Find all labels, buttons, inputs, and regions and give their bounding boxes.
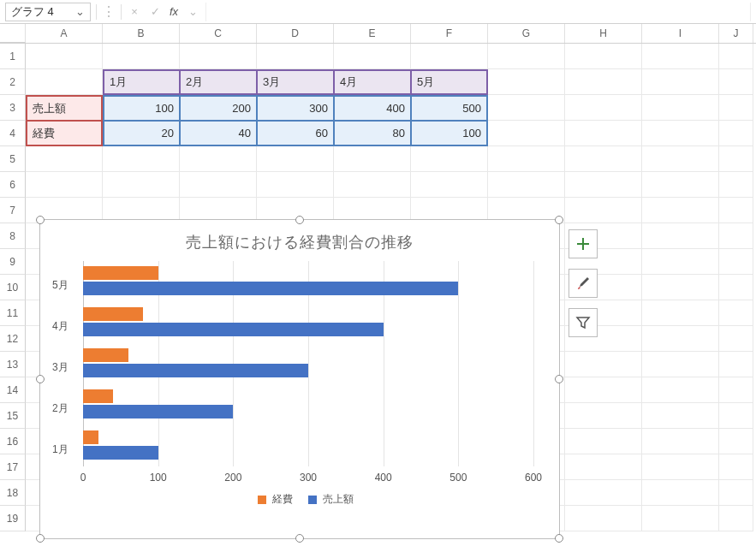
chart-bar[interactable] — [83, 364, 308, 377]
cell[interactable] — [642, 429, 719, 454]
col-header[interactable]: A — [26, 24, 103, 43]
cell[interactable] — [642, 95, 719, 121]
resize-handle[interactable] — [36, 216, 45, 224]
cell[interactable] — [642, 223, 719, 249]
cell[interactable] — [642, 146, 719, 172]
cell[interactable] — [565, 95, 642, 121]
col-header[interactable]: I — [642, 24, 719, 43]
cell[interactable]: 1月 — [103, 69, 180, 95]
cell[interactable] — [488, 95, 565, 121]
col-header[interactable]: H — [565, 24, 642, 43]
cell[interactable]: 2月 — [180, 69, 257, 95]
col-header[interactable]: C — [180, 24, 257, 43]
chart-filter-button[interactable] — [568, 308, 598, 337]
chart-elements-button[interactable] — [568, 229, 598, 258]
chevron-down-icon[interactable]: ⌄ — [75, 5, 85, 18]
cell[interactable]: 5月 — [411, 69, 488, 95]
name-box[interactable]: グラフ 4 ⌄ — [5, 3, 91, 21]
cell[interactable] — [642, 44, 719, 69]
cell[interactable] — [26, 69, 103, 95]
cell[interactable] — [565, 403, 642, 429]
cell[interactable] — [180, 172, 257, 198]
cell[interactable] — [411, 172, 488, 198]
cell[interactable] — [103, 172, 180, 198]
cell[interactable] — [719, 198, 753, 223]
chart-bar[interactable] — [83, 266, 158, 280]
chart-title[interactable]: 売上額における経費割合の推移 — [40, 220, 559, 258]
cell[interactable] — [334, 44, 411, 69]
cell[interactable] — [488, 146, 565, 172]
cell[interactable] — [488, 69, 565, 95]
cell[interactable] — [334, 172, 411, 198]
row-header[interactable]: 17 — [0, 454, 26, 480]
cell[interactable] — [642, 403, 719, 429]
row-header[interactable]: 5 — [0, 146, 26, 172]
cell[interactable] — [565, 377, 642, 403]
chart-bar[interactable] — [83, 389, 113, 403]
cell[interactable] — [26, 172, 103, 198]
cell[interactable] — [565, 198, 642, 223]
row-header[interactable]: 12 — [0, 326, 26, 352]
cell[interactable] — [565, 146, 642, 172]
cell[interactable]: 20 — [103, 121, 180, 146]
row-header[interactable]: 3 — [0, 95, 26, 121]
row-header[interactable]: 6 — [0, 172, 26, 198]
cell[interactable] — [719, 454, 753, 480]
cell[interactable]: 60 — [257, 121, 334, 146]
chart-bar[interactable] — [83, 282, 458, 295]
chart-bar-group[interactable]: 3月 — [83, 347, 533, 381]
cell[interactable] — [103, 44, 180, 69]
resize-handle[interactable] — [295, 534, 304, 543]
cell[interactable] — [719, 506, 753, 531]
cell[interactable]: 400 — [334, 95, 411, 121]
cell[interactable] — [488, 44, 565, 69]
cell[interactable]: 300 — [257, 95, 334, 121]
more-icon[interactable]: ⋮ — [102, 5, 116, 19]
chart-bar-group[interactable]: 2月 — [83, 388, 533, 422]
cell[interactable] — [411, 44, 488, 69]
cell[interactable] — [642, 326, 719, 352]
cell[interactable] — [26, 44, 103, 69]
chart-bar-group[interactable]: 4月 — [83, 306, 533, 340]
cell[interactable] — [565, 429, 642, 454]
row-header[interactable]: 13 — [0, 352, 26, 377]
cell[interactable]: 500 — [411, 95, 488, 121]
cell[interactable] — [719, 480, 753, 506]
row-header[interactable]: 7 — [0, 198, 26, 223]
cell[interactable]: 売上額 — [26, 95, 103, 121]
chart-bar[interactable] — [83, 405, 233, 418]
cell[interactable] — [719, 429, 753, 454]
col-header[interactable]: D — [257, 24, 334, 43]
cell[interactable]: 経費 — [26, 121, 103, 146]
cell[interactable] — [257, 172, 334, 198]
chart-bar-group[interactable]: 1月 — [83, 429, 533, 463]
chart-styles-button[interactable] — [568, 269, 598, 298]
cell[interactable]: 4月 — [334, 69, 411, 95]
cell[interactable] — [180, 44, 257, 69]
cell[interactable] — [719, 121, 753, 146]
chart-object[interactable]: 売上額における経費割合の推移 5月4月3月2月1月 01002003004005… — [39, 219, 560, 539]
cell[interactable] — [488, 172, 565, 198]
cell[interactable] — [565, 352, 642, 377]
cell[interactable] — [642, 249, 719, 275]
resize-handle[interactable] — [555, 375, 563, 383]
chart-bar[interactable] — [83, 430, 98, 444]
cell[interactable] — [103, 146, 180, 172]
row-header[interactable]: 14 — [0, 377, 26, 403]
cell[interactable] — [719, 44, 753, 69]
cell[interactable] — [642, 480, 719, 506]
row-header[interactable]: 1 — [0, 44, 26, 69]
row-header[interactable]: 4 — [0, 121, 26, 146]
cell[interactable] — [642, 377, 719, 403]
chart-bar[interactable] — [83, 446, 158, 460]
cell[interactable]: 100 — [103, 95, 180, 121]
col-header[interactable]: F — [411, 24, 488, 43]
cell[interactable] — [565, 44, 642, 69]
col-header[interactable]: E — [334, 24, 411, 43]
select-all-corner[interactable] — [0, 24, 26, 43]
formula-input[interactable] — [205, 3, 751, 21]
cell[interactable] — [565, 172, 642, 198]
cell[interactable] — [719, 69, 753, 95]
cell[interactable] — [642, 454, 719, 480]
cell[interactable] — [257, 146, 334, 172]
